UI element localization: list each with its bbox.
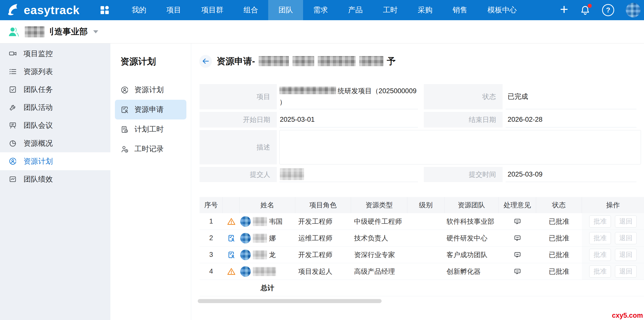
cell-status: 已批准: [536, 213, 582, 230]
cell-flag: [223, 263, 240, 280]
return-button[interactable]: 退回: [615, 232, 637, 244]
cell-level: [407, 247, 444, 263]
redacted-title-block: [259, 56, 289, 66]
sidebar-item-resource-plan[interactable]: 资源计划: [0, 152, 110, 170]
comment-icon[interactable]: [513, 267, 522, 276]
description-label: 描述: [200, 130, 277, 164]
cell-team: 客户成功团队: [444, 247, 499, 263]
cell-comment: [499, 263, 536, 280]
back-button[interactable]: [200, 55, 212, 67]
wrench-icon: [9, 103, 17, 112]
warning-icon: [227, 217, 236, 226]
app-screen: easytrack 我的 项目 项目群 组合 团队 需求 产品 工时 采购 销售…: [0, 0, 644, 320]
approve-button[interactable]: 批准: [589, 215, 611, 228]
comment-icon[interactable]: [513, 251, 522, 259]
start-date-value: 2025-03-01: [279, 112, 418, 128]
monitor-camera-icon: [9, 50, 17, 58]
redacted-title-block: [359, 56, 383, 66]
nav-item-programs[interactable]: 项目群: [191, 0, 233, 20]
horizontal-scrollbar[interactable]: [198, 299, 382, 303]
nav-item-procurement[interactable]: 采购: [408, 0, 442, 20]
cell-status: 已批准: [536, 247, 582, 263]
cell-no: 2: [200, 230, 223, 246]
logo[interactable]: easytrack: [0, 3, 80, 17]
sidebar-item-resource-overview[interactable]: 资源概况: [0, 134, 110, 152]
name-text: 娜: [269, 234, 276, 243]
cell-team: 创新孵化器: [444, 263, 499, 280]
approve-button[interactable]: 批准: [589, 249, 611, 261]
col-header-role: 项目角色: [295, 197, 351, 213]
notification-badge: [588, 4, 592, 8]
submenu-item-label: 计划工时: [134, 124, 164, 134]
cell-team: 软件科技事业部: [444, 213, 499, 230]
nav-item-sales[interactable]: 销售: [442, 0, 477, 20]
cell-role: 运维工程师: [295, 230, 351, 246]
approve-button[interactable]: 批准: [589, 265, 611, 278]
redacted-org-prefix: [25, 26, 44, 37]
nav-item-timesheet[interactable]: 工时: [373, 0, 408, 20]
col-header-status: 状态: [536, 197, 582, 213]
submenu-item-time-records[interactable]: 工时记录: [115, 139, 186, 159]
submenu-item-planned-hours[interactable]: 计划工时: [115, 119, 186, 139]
left-sidebar: 项目监控 资源列表 团队任务 团队活动 团队会议 资源概况: [0, 43, 110, 320]
nav-item-template-center[interactable]: 模板中心: [477, 0, 527, 20]
sidebar-item-project-monitor[interactable]: 项目监控: [0, 45, 110, 63]
description-textarea[interactable]: [279, 130, 641, 164]
nav-item-portfolio[interactable]: 组合: [233, 0, 268, 20]
sidebar-item-team-performance[interactable]: 团队绩效: [0, 170, 110, 188]
person-circle-icon: [9, 157, 17, 165]
apps-grid-icon[interactable]: [99, 5, 110, 15]
cell-actions: 批准 退回: [582, 247, 644, 263]
sidebar-item-label: 资源计划: [23, 156, 53, 166]
help-icon[interactable]: ?: [602, 4, 614, 16]
person-circle-icon: [120, 86, 129, 94]
approve-button[interactable]: 批准: [589, 232, 611, 244]
nav-item-team[interactable]: 团队: [268, 0, 303, 20]
sidebar-item-label: 团队绩效: [23, 174, 53, 184]
col-header-no: 序号: [200, 197, 223, 213]
cell-actions: 批准 退回: [582, 230, 644, 246]
create-plus-icon[interactable]: +: [560, 2, 568, 16]
cell-resource-type: 技术负责人: [351, 230, 407, 246]
col-header-actions: 操作: [582, 197, 644, 213]
name-text: 韦国: [269, 217, 283, 226]
cell-role: 开发工程师: [295, 213, 351, 230]
sidebar-item-team-meetings[interactable]: 团队会议: [0, 116, 110, 134]
nav-item-projects[interactable]: 项目: [156, 0, 191, 20]
cell-name: 龙: [240, 247, 295, 263]
redacted-title-block: [318, 56, 356, 66]
notifications-bell-icon[interactable]: [580, 5, 590, 15]
submenu-item-resource-request[interactable]: 资源申请: [115, 100, 186, 119]
sidebar-item-label: 团队任务: [23, 85, 53, 95]
comment-icon[interactable]: [513, 217, 522, 226]
submenu-item-label: 工时记录: [134, 144, 164, 154]
org-name[interactable]: 刂造事业部: [46, 26, 88, 37]
cell-role: 开发工程师: [295, 247, 351, 263]
return-button[interactable]: 退回: [615, 249, 637, 261]
cell-status: 已批准: [536, 230, 582, 246]
comment-icon[interactable]: [513, 234, 522, 242]
sidebar-item-team-activities[interactable]: 团队活动: [0, 99, 110, 116]
sidebar-item-team-tasks[interactable]: 团队任务: [0, 81, 110, 99]
list-icon: [9, 67, 17, 76]
body: 项目监控 资源列表 团队任务 团队活动 团队会议 资源概况: [0, 43, 644, 320]
user-avatar[interactable]: [626, 3, 640, 17]
sidebar-item-resource-list[interactable]: 资源列表: [0, 63, 110, 81]
nav-item-my[interactable]: 我的: [121, 0, 156, 20]
resource-table: 序号 姓名 项目角色 资源类型 级别 资源团队 处理意见 状态 操作 1: [200, 197, 644, 296]
project-value: 统研发项目（2025000009）: [279, 84, 418, 109]
org-switch-caret-icon[interactable]: [93, 30, 98, 33]
nav-item-product[interactable]: 产品: [338, 0, 373, 20]
meeting-board-icon: [9, 121, 17, 130]
avatar: [240, 216, 251, 227]
nav-item-requirements[interactable]: 需求: [303, 0, 338, 20]
return-button[interactable]: 退回: [615, 265, 637, 278]
detail-form: 项目 统研发项目（2025000009） 状态 已完成 开始日期 2025-03…: [200, 84, 644, 185]
redacted-submitter-block: [280, 168, 304, 180]
cell-resource-type: 高级产品经理: [351, 263, 407, 280]
submenu-item-label: 资源计划: [134, 85, 164, 95]
redacted-name-block: [253, 250, 267, 259]
return-button[interactable]: 退回: [615, 215, 637, 228]
submenu-item-resource-plan[interactable]: 资源计划: [115, 80, 186, 100]
cell-comment: [499, 247, 536, 263]
